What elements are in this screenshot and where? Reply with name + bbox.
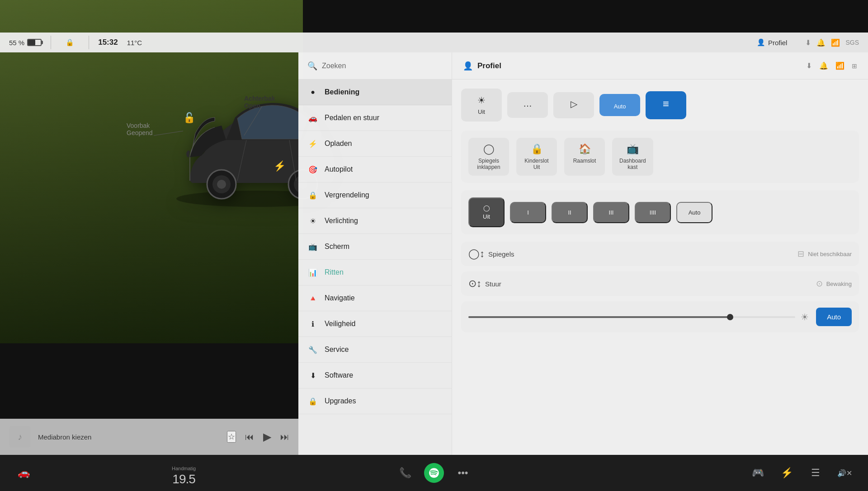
nav-label-pedalen: Pedalen en stuur [325,114,379,122]
light-btn-on[interactable]: ≡ [646,91,686,119]
search-label[interactable]: Zoeken [322,62,346,70]
handmatig-label: Handmatig [172,466,196,471]
nav-icon-bediening: ● [307,87,318,98]
sun-icon: ☀ [477,95,486,106]
brightness-thumb [727,314,733,320]
nav-item-vergrendeling[interactable]: 🔒 Vergrendeling [298,182,452,208]
light-btn-parking[interactable]: … [507,92,548,118]
profile-icon: 👤 [757,38,765,47]
light-btn-auto[interactable]: Auto [599,94,640,116]
control-dashboard[interactable]: 📺 Dashboardkast [612,138,653,176]
wifi-icon: 📶 [831,38,840,47]
nav-item-verlichting[interactable]: ☀ Verlichting [298,208,452,234]
wiper-iiii-label: IIII [650,209,656,216]
media-controls: ☆ ⏮ ▶ ⏭ [227,430,289,443]
energy-icon[interactable]: ⚡ [777,463,797,483]
wiper-btn-auto[interactable]: Auto [676,202,712,223]
nav-item-upgrades[interactable]: 🔒 Upgrades [298,388,452,414]
search-icon: 🔍 [307,61,317,71]
light-btn-uit[interactable]: ☀ Uit [461,89,502,122]
light-btn-low[interactable]: ▷ [553,92,594,118]
nav-label-service: Service [325,346,349,354]
nav-label-navigatie: Navigatie [325,294,355,302]
signal-icon: SGS [845,39,859,46]
nav-item-navigatie[interactable]: 🔺 Navigatie [298,285,452,311]
play-button[interactable]: ▶ [263,430,271,443]
nav-icon-service: 🔧 [307,344,318,355]
search-bar: 🔍 Zoeken [298,52,452,79]
stuur-row-label: Stuur [485,280,809,288]
nav-item-bediening[interactable]: ● Bediening [298,79,452,105]
nav-label-bediening: Bediening [325,88,359,96]
wiper-btn-uit[interactable]: ◯ Uit [468,197,505,227]
wiper-btn-ii[interactable]: II [552,202,588,223]
kinderslot-icon: 🔒 [531,143,543,155]
wiper-i-label: I [527,209,529,216]
divider [51,36,51,49]
wiper-btn-i[interactable]: I [510,202,546,223]
wiper-btn-iii[interactable]: III [593,202,629,223]
nav-icon-verlichting: ☀ [307,215,318,226]
prev-button[interactable]: ⏮ [245,432,254,442]
wiper-section: ◯ Uit I II III IIII Auto [461,190,859,234]
stuur-row: ⊙↕ Stuur ⊙ Bewaking [461,271,859,296]
raamslot-label: Raamslot [573,158,596,164]
parking-icon: … [523,98,532,109]
phone-icon[interactable]: 📞 [395,463,415,483]
battery-fill [28,40,35,45]
next-button[interactable]: ⏭ [280,432,289,442]
nav-item-autopilot[interactable]: 🎯 Autopilot [298,157,452,182]
nav-item-ritten[interactable]: 📊 Ritten [298,260,452,285]
taskbar: 🚗 Handmatig 19.5 📞 ••• 🎮 ⚡ [0,455,868,491]
taskbar-right: 🎮 ⚡ ☰ 🔊✕ [748,463,854,483]
taskbar-left: 🚗 [14,463,33,483]
nav-icon-veiligheid: ℹ [307,318,318,329]
brightness-auto-btn[interactable]: Auto [816,308,852,326]
taskbar-car-icon[interactable]: 🚗 [14,463,33,483]
light-btn-auto-label: Auto [614,103,626,110]
volume-icon[interactable]: 🔊✕ [835,463,854,483]
wiper-uit-label: Uit [483,213,490,220]
control-spiegels[interactable]: ◯ Spiegelsinklappen [468,138,509,176]
nav-icon-upgrades: 🔒 [307,396,318,407]
nav-label-veiligheid: Veiligheid [325,320,356,328]
wiper-iii-label: III [609,209,614,216]
media-thumbnail: ♪ [9,426,31,448]
profile-button[interactable]: 👤 Profiel [757,38,788,47]
download-status-icon: ⬇ [805,38,811,47]
nav-item-scherm[interactable]: 📺 Scherm [298,234,452,260]
mirrors-status: Niet beschikbaar [808,251,852,257]
battery-indicator: 55 % [9,39,42,47]
nav-icon-ritten: 📊 [307,267,318,278]
nav-label-vergrendeling: Vergrendeling [325,191,369,199]
lock-button[interactable]: 🔒 [60,37,80,48]
nav-item-opladen[interactable]: ⚡ Opladen [298,131,452,157]
charge-icon: ⚡ [274,160,286,172]
profile-label: Profiel [768,39,788,47]
nav-item-software[interactable]: ⬇ Software [298,363,452,388]
games-icon[interactable]: 🎮 [748,463,768,483]
stuur-row-icon: ⊙↕ [468,278,481,290]
status-bar: 55 % 🔒 15:32 11°C 👤 Profiel ⬇ 🔔 📶 SGS [0,33,868,52]
volume-indicator: 🔊✕ [837,469,852,477]
control-raamslot[interactable]: 🏠 Raamslot [564,138,605,176]
header-download-icon: ⬇ [806,61,812,70]
wiper-btn-iiii[interactable]: IIII [635,202,671,223]
spotify-button[interactable] [424,463,444,483]
nav-item-pedalen[interactable]: 🚗 Pedalen en stuur [298,105,452,131]
spiegels-label: Spiegelsinklappen [477,158,500,170]
nav-item-service[interactable]: 🔧 Service [298,337,452,363]
control-kinderslot[interactable]: 🔒 KinderslotUit [516,138,557,176]
nav-item-veiligheid[interactable]: ℹ Veiligheid [298,311,452,337]
dashboard-label: Dashboardkast [619,158,646,170]
brightness-slider[interactable] [468,316,795,318]
menu-icon[interactable]: ☰ [806,463,826,483]
wiper-row: ◯ Uit I II III IIII Auto [468,197,852,227]
apps-icon[interactable]: ••• [453,463,473,483]
lock-icon: 🔒 [66,38,74,47]
header-bell-icon: 🔔 [819,61,828,70]
divider2 [89,36,89,49]
bewaking-label: Bewaking [826,281,852,287]
achterbak-label: Achterbak Open [244,95,275,109]
favorite-button[interactable]: ☆ [227,431,236,443]
